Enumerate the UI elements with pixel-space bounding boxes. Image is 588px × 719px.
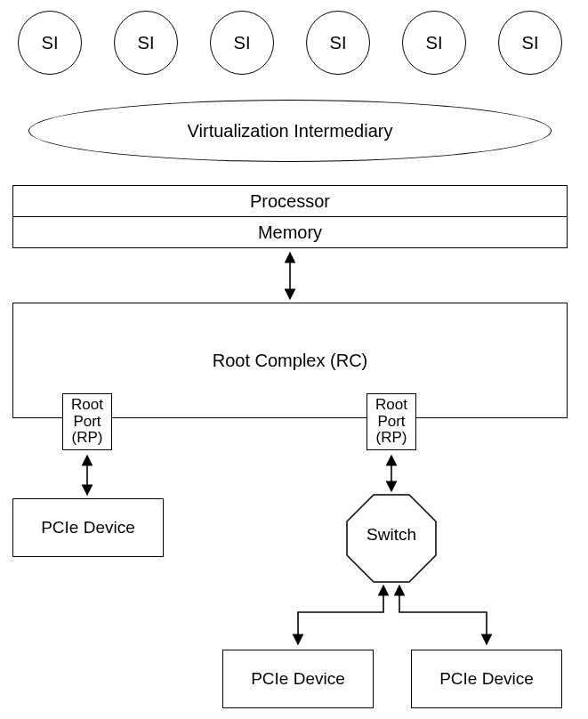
arrow-switch-to-pcie-br xyxy=(399,586,487,644)
root-port-left-line1: Root xyxy=(71,397,103,414)
si-label: SI xyxy=(522,33,539,53)
si-circle-1: SI xyxy=(18,11,82,75)
memory-label: Memory xyxy=(258,222,322,243)
si-label: SI xyxy=(42,33,59,53)
si-circle-6: SI xyxy=(498,11,562,75)
pcie-device-left-label: PCIe Device xyxy=(41,518,135,537)
root-port-left-line2: Port xyxy=(73,414,101,431)
switch-label-container: Switch xyxy=(347,525,436,545)
root-port-right-line3: (RP) xyxy=(376,430,407,447)
root-complex-label: Root Complex (RC) xyxy=(213,351,367,371)
si-label: SI xyxy=(234,33,251,53)
memory-row: Memory xyxy=(13,217,567,247)
pcie-device-left: PCIe Device xyxy=(12,498,164,557)
processor-label: Processor xyxy=(250,191,330,212)
pcie-device-bottom-right: PCIe Device xyxy=(411,650,562,708)
virtualization-intermediary-label: Virtualization Intermediary xyxy=(188,121,393,141)
processor-row: Processor xyxy=(13,186,567,217)
root-port-right: Root Port (RP) xyxy=(366,393,416,450)
pcie-device-bottom-right-label: PCIe Device xyxy=(439,669,534,689)
root-port-left-line3: (RP) xyxy=(72,430,103,447)
si-label: SI xyxy=(330,33,347,53)
si-circle-3: SI xyxy=(210,11,274,75)
root-port-right-line2: Port xyxy=(377,414,405,431)
pcie-device-bottom-left-label: PCIe Device xyxy=(251,669,345,689)
si-circle-4: SI xyxy=(306,11,370,75)
si-circle-2: SI xyxy=(114,11,178,75)
root-port-right-line1: Root xyxy=(375,397,407,414)
pcie-device-bottom-left: PCIe Device xyxy=(222,650,374,708)
si-label: SI xyxy=(426,33,443,53)
arrow-switch-to-pcie-bl xyxy=(298,586,383,644)
cpu-memory-block: Processor Memory xyxy=(12,185,568,248)
root-port-left: Root Port (RP) xyxy=(62,393,112,450)
switch-label: Switch xyxy=(366,525,416,544)
virtualization-intermediary-ellipse: Virtualization Intermediary xyxy=(28,100,552,162)
si-label: SI xyxy=(138,33,155,53)
si-circle-5: SI xyxy=(402,11,466,75)
